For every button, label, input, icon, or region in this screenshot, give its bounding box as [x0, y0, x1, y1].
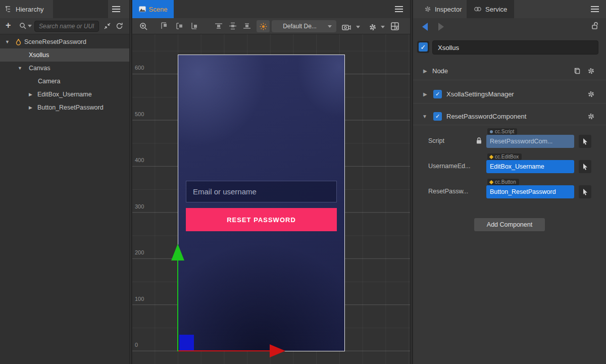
- gear-icon: [424, 6, 431, 13]
- collapsed-arrow-icon[interactable]: ▶: [423, 68, 427, 74]
- section-label: Node: [432, 67, 448, 75]
- grid-layout-icon[interactable]: [391, 22, 399, 30]
- collapsed-arrow-icon[interactable]: ▶: [29, 92, 32, 97]
- email-username-field[interactable]: [186, 181, 337, 202]
- tree-item-button-resetpassword[interactable]: ▶ Button_ResetPassword: [0, 101, 129, 114]
- scene-menu-icon[interactable]: [395, 6, 403, 12]
- node-settings-gear-icon[interactable]: [587, 67, 595, 75]
- button-type-dot: [489, 180, 493, 184]
- collapse-all-icon[interactable]: [104, 22, 111, 30]
- scene-tab-label: Scene: [149, 6, 168, 13]
- inspector-tab-label: Inspector: [435, 6, 462, 13]
- history-forward-button[interactable]: [438, 23, 444, 31]
- tree-item-xsollus[interactable]: Xsollus: [0, 48, 129, 62]
- create-node-button[interactable]: +: [6, 20, 11, 31]
- scene-header: Scene: [132, 0, 410, 18]
- expand-arrow-icon[interactable]: ▼: [422, 114, 427, 119]
- hierarchy-menu-icon[interactable]: [112, 6, 120, 12]
- search-icon: [19, 22, 27, 30]
- unlock-icon[interactable]: [591, 21, 599, 30]
- camera-dropdown[interactable]: [342, 22, 360, 31]
- inspector-header: Inspector Service: [413, 0, 606, 18]
- expand-arrow-icon[interactable]: ▼: [18, 66, 22, 71]
- section-reset-password-component[interactable]: ▼ ✓ ResetPasswordComponent: [413, 109, 606, 123]
- hierarchy-tab-strip: [53, 0, 108, 18]
- tab-scene[interactable]: Scene: [132, 0, 174, 18]
- tree-item-label: SceneResetPassword: [24, 38, 86, 45]
- refresh-icon[interactable]: [116, 22, 123, 30]
- pick-node-cursor-icon[interactable]: [579, 185, 591, 198]
- type-badge-label: cc.Button: [495, 179, 516, 185]
- align-middle-icon[interactable]: [228, 22, 237, 30]
- hierarchy-header: Hierarchy: [0, 0, 129, 18]
- align-bottom-icon[interactable]: [242, 22, 251, 30]
- scene-image-icon: [139, 6, 146, 12]
- ruler-label: 100: [135, 296, 144, 302]
- origin-blue-square: [179, 335, 194, 351]
- gear-icon: [369, 23, 377, 31]
- prefab-book-icon[interactable]: [573, 67, 581, 75]
- ruler-label: 500: [135, 111, 144, 117]
- sun-icon: [260, 23, 267, 30]
- history-back-button[interactable]: [422, 23, 428, 31]
- expand-arrow-icon[interactable]: ▼: [5, 39, 10, 44]
- link-icon: [474, 6, 482, 12]
- tree-item-scene-root[interactable]: ▼ SceneResetPassword: [0, 35, 129, 48]
- scene-settings-dropdown[interactable]: [369, 22, 385, 31]
- chevron-down-icon: [381, 26, 385, 28]
- component-gear-icon[interactable]: [587, 90, 595, 98]
- type-badge: cc.EditBox: [487, 153, 522, 160]
- inspector-menu-icon[interactable]: [591, 6, 599, 12]
- tab-service[interactable]: Service: [467, 0, 514, 18]
- y-axis-arrow[interactable]: [171, 244, 184, 261]
- gizmo-light-toggle[interactable]: [257, 20, 270, 32]
- tab-hierarchy[interactable]: Hierarchy: [5, 0, 44, 18]
- section-divider: [413, 125, 606, 125]
- ruler-label: 600: [135, 65, 144, 71]
- align-right-icon[interactable]: [191, 22, 199, 30]
- tree-item-camera[interactable]: Camera: [0, 75, 129, 88]
- editbox-type-dot: [489, 154, 493, 159]
- tree-item-canvas[interactable]: ▼ Canvas: [0, 62, 129, 75]
- section-node[interactable]: ▶ Node: [413, 64, 606, 78]
- editbox-reference-field[interactable]: EditBox_Username: [486, 160, 574, 173]
- game-canvas[interactable]: RESET PASSWORD: [178, 55, 345, 351]
- collapsed-arrow-icon[interactable]: ▶: [29, 105, 32, 110]
- device-dropdown[interactable]: Default De...: [272, 20, 336, 32]
- tree-item-editbox-username[interactable]: ▶ EditBox_Username: [0, 88, 129, 101]
- section-xsolla-settings-manager[interactable]: ▶ ✓ XsollaSettingsManager: [413, 87, 606, 101]
- script-reference-field[interactable]: ResetPasswordCom...: [486, 135, 574, 148]
- section-divider: [413, 103, 606, 103]
- align-center-icon[interactable]: [176, 22, 184, 30]
- align-top-icon[interactable]: [214, 22, 223, 30]
- y-axis-line: [177, 261, 178, 351]
- button-reference-field[interactable]: Button_ResetPassword: [486, 185, 574, 198]
- search-input[interactable]: [34, 21, 99, 32]
- chevron-down-icon: [328, 25, 332, 28]
- hierarchy-tab-label: Hierarchy: [16, 6, 44, 13]
- search-filter-icon[interactable]: [19, 22, 32, 30]
- hierarchy-tree: ▼ SceneResetPassword Xsollus ▼ Canvas Ca…: [0, 35, 129, 114]
- node-active-checkbox[interactable]: ✓: [417, 41, 429, 53]
- collapsed-arrow-icon[interactable]: ▶: [423, 91, 427, 97]
- component-enabled-checkbox[interactable]: ✓: [433, 90, 442, 98]
- tab-inspector[interactable]: Inspector: [417, 0, 469, 18]
- add-component-button[interactable]: Add Component: [474, 218, 545, 231]
- region-zoom-icon[interactable]: [139, 22, 148, 31]
- scene-viewport[interactable]: 600 500 400 300 200 100 0 RESET PASSWORD: [132, 34, 410, 364]
- property-label: ResetPassw...: [428, 188, 468, 195]
- pick-node-cursor-icon[interactable]: [579, 160, 591, 173]
- inspector-panel: Inspector Service ✓ ▶ Node ▶ ✓ XsollaSet…: [413, 0, 606, 364]
- tree-item-label: EditBox_Username: [37, 91, 92, 98]
- component-enabled-checkbox[interactable]: ✓: [433, 112, 442, 121]
- node-name-input[interactable]: [432, 40, 598, 55]
- type-badge: cc.Script: [487, 128, 517, 135]
- x-axis-arrow[interactable]: [270, 344, 285, 357]
- reset-password-button[interactable]: RESET PASSWORD: [186, 208, 337, 231]
- component-gear-icon[interactable]: [587, 113, 595, 120]
- property-label: UsernameEd...: [428, 163, 470, 170]
- pick-node-cursor-icon[interactable]: [579, 135, 591, 148]
- x-axis-line: [178, 350, 270, 351]
- tree-item-label: Camera: [38, 78, 60, 85]
- align-left-icon[interactable]: [161, 22, 169, 30]
